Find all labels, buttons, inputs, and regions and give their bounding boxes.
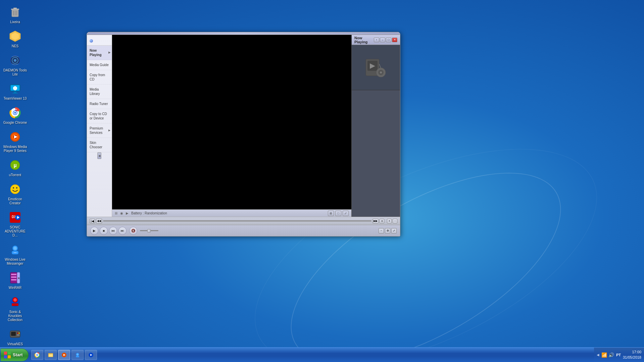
tray-clock[interactable]: 17:00 31/05/2018 [623,350,641,360]
nav-media-library[interactable]: Media Library [87,85,112,99]
nav-now-playing[interactable]: Now Playing ▶ [87,46,112,60]
np-playlist [352,90,400,217]
volume-thumb[interactable] [147,229,151,232]
svg-point-10 [14,59,16,62]
np-arrow-btn[interactable]: ‹ [374,38,379,42]
now-playing-arrow: ▶ [108,51,110,54]
svg-rect-66 [49,354,53,357]
status-prev-icon: ⊞ [115,211,117,215]
desktop-icon-daemon[interactable]: DAEMON Tools Lite [2,52,29,79]
virtuanes-icon [8,327,22,341]
desktop-icon-nes[interactable]: NES [2,28,29,50]
taskbar-explorer-btn[interactable] [45,350,57,360]
seek-slider[interactable] [103,220,371,221]
volume-control [140,230,158,231]
svg-point-46 [13,298,17,302]
status-btn-1[interactable]: ⊞ [328,211,334,216]
np-maximize-btn[interactable]: □ [386,38,391,42]
svg-rect-41 [11,276,16,278]
status-next-icon: ▶ [126,211,129,215]
next-button[interactable]: ⏭ [118,227,127,235]
chrome-icon [8,106,22,119]
desktop-icon-emoticon[interactable]: Emoticon Creator [2,180,29,207]
wmp-playback-controls: ▶ ■ ⏮ ⏭ 🔇 ~ ⚙ ⤢ [87,225,400,236]
wmp-nav-menu: Now Playing ▶ Media Guide Copy from CD M… [87,35,112,217]
wmp-logo-circle [90,39,93,43]
seek-fwd-btn[interactable]: ▶▶ [373,219,379,223]
seek-start-btn[interactable]: |◀ [90,219,95,223]
status-btn-3[interactable]: ⤢ [343,211,349,216]
nav-copy-cd[interactable]: Copy from CD [87,70,112,85]
nav-premium-services[interactable]: Premium Services ▶ [87,123,112,138]
bottom-extra-btns: ≡ ⋯ [387,219,397,223]
nes-label: NES [12,44,19,48]
prev-button[interactable]: ⏮ [109,227,117,235]
seek-area: |◀ ◀◀ ▶▶ ⏸ [90,219,384,223]
daemon-icon [8,54,22,67]
taskbar-wmp-btn[interactable] [58,350,70,360]
desktop-icon-utorrent[interactable]: µ uTorrent [2,156,29,179]
taskbar-wlm-btn[interactable] [71,350,84,360]
teamviewer-label: TeamViewer 13 [4,97,27,101]
desktop-icon-winrar[interactable]: R WinRAR [2,269,29,292]
wmp-window-chrome [87,32,400,35]
taskbar-chrome-btn[interactable] [31,350,43,360]
desktop-icon-sonic-knuckles[interactable]: Sonic & Knuckles Collection [2,293,29,324]
wmp-status-text: Battery : Randomization [131,211,325,215]
svg-point-28 [13,187,14,189]
svg-rect-52 [17,334,19,335]
np-window-buttons: ‹ – □ ✕ [374,38,397,42]
daemon-label: DAEMON Tools Lite [3,68,27,76]
tray-date: 31/05/2018 [623,355,641,360]
svg-point-20 [14,112,16,114]
np-minimize-btn[interactable]: – [380,38,385,42]
stop-button[interactable]: ■ [100,227,108,235]
nav-radio-tuner[interactable]: Radio Tuner [87,99,112,109]
taskbar-wmp-icon [61,352,67,358]
wmp-status-buttons: ⊞ □ ⤢ [328,211,349,216]
svg-line-59 [379,64,381,68]
svg-rect-13 [14,92,16,93]
start-button[interactable]: Start [1,349,29,361]
mute-button[interactable]: 🔇 [129,227,137,235]
desktop-icon-chrome[interactable]: Google Chrome [2,104,29,127]
play-button[interactable]: ▶ [90,227,98,235]
desktop-icons: Lixeira NES DAEMON Tools [0,0,30,353]
status-btn-2[interactable]: □ [335,211,341,216]
wmp-label: Windows Media Player 9 Series [3,145,27,153]
seek-back-btn[interactable]: ◀◀ [96,219,102,223]
np-close-btn[interactable]: ✕ [392,38,397,42]
seek-pause-btn[interactable]: ⏸ [380,219,384,223]
desktop-icon-wlm[interactable]: Windows Live Messenger [2,241,29,268]
wmp-video-player [112,35,351,209]
nav-skin-chooser[interactable]: Skin Chooser [87,138,112,152]
tray-expand-btn[interactable]: ◀ [597,353,599,357]
desktop-icon-virtuanes[interactable]: VirtuaNES [2,325,29,348]
nav-copy-to-cd[interactable]: Copy to CD or Device [87,109,112,123]
desktop-icon-teamviewer[interactable]: TeamViewer 13 [2,80,29,103]
volume-slider[interactable] [140,230,158,231]
svg-rect-40 [11,274,16,275]
status-play-icon: ◉ [120,211,123,215]
settings-icon[interactable]: ⚙ [385,228,390,234]
nav-media-guide[interactable]: Media Guide [87,60,112,70]
utorrent-icon: µ [8,158,22,172]
taskbar: Start [0,347,644,362]
desktop-icon-sonic-adv[interactable]: DX SONIC ADVENTURE D... [2,209,29,240]
svg-point-36 [13,247,17,250]
lixeira-label: Lixeira [10,20,20,24]
desktop-icon-lixeira[interactable]: Lixeira [2,3,29,26]
svg-point-51 [18,332,20,334]
taskbar-quick-launch [29,350,100,360]
bottom-extra-1[interactable]: ≡ [387,219,392,223]
bottom-extra-2[interactable]: ⋯ [393,219,397,223]
nes-icon [8,30,22,43]
eq-icon[interactable]: ~ [379,228,384,234]
expand-icon[interactable]: ⤢ [391,228,397,234]
svg-point-27 [10,185,20,194]
chrome-label: Google Chrome [3,121,27,125]
nav-collapse-btn[interactable]: ◀ [97,152,101,159]
wmp-logo-area [87,36,112,46]
desktop-icon-wmp[interactable]: Windows Media Player 9 Series [2,128,29,155]
taskbar-task5-btn[interactable] [85,350,97,360]
